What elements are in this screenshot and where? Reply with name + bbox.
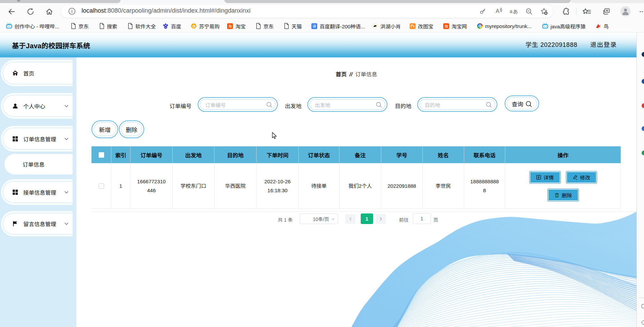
svg-text:a: a xyxy=(510,9,512,14)
svg-text:あ: あ xyxy=(513,8,518,15)
svg-text:淘: 淘 xyxy=(444,23,448,29)
svg-text:译: 译 xyxy=(312,23,316,29)
svg-text:A: A xyxy=(496,8,499,14)
svg-text:淘: 淘 xyxy=(228,23,232,29)
